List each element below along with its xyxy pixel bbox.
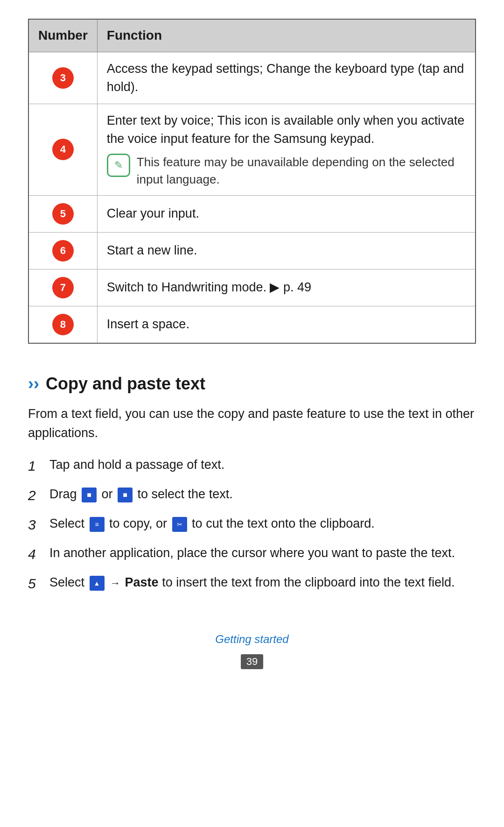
function-text-8: Insert a space.	[107, 317, 189, 331]
step-content-1: Tap and hold a passage of text.	[49, 455, 476, 474]
function-text-7: Switch to Handwriting mode. ▶ p. 49	[107, 280, 311, 294]
keyboard-functions-table: Number Function 3 Access the keypad sett…	[28, 19, 476, 344]
table-cell-number: 8	[28, 306, 97, 343]
step-content-3: Select ≡ to copy, or ✂ to cut the text o…	[49, 514, 476, 533]
drag-left-icon: ■	[82, 488, 97, 502]
table-header-function: Function	[97, 19, 476, 52]
step-content-4: In another application, place the cursor…	[49, 544, 476, 563]
number-badge-8: 8	[52, 314, 74, 335]
page-footer: Getting started 39	[28, 622, 476, 670]
number-badge-6: 6	[52, 240, 74, 262]
table-cell-number: 3	[28, 52, 97, 104]
pencil-icon: ✎	[114, 158, 123, 173]
page-number: 39	[241, 654, 263, 669]
list-item: 4 In another application, place the curs…	[28, 544, 476, 565]
list-item: 1 Tap and hold a passage of text.	[28, 455, 476, 476]
copy-icon: ≡	[90, 517, 105, 532]
list-item: 5 Select ▲ → Paste to insert the text fr…	[28, 573, 476, 594]
function-text-6: Start a new line.	[107, 243, 197, 257]
table-row: 7 Switch to Handwriting mode. ▶ p. 49	[28, 269, 476, 306]
table-row: 6 Start a new line.	[28, 232, 476, 269]
step-number-4: 4	[28, 544, 41, 565]
table-cell-function: Switch to Handwriting mode. ▶ p. 49	[97, 269, 476, 306]
step-number-1: 1	[28, 455, 41, 476]
steps-list: 1 Tap and hold a passage of text. 2 Drag…	[28, 455, 476, 594]
step-number-5: 5	[28, 573, 41, 594]
table-cell-number: 4	[28, 104, 97, 195]
table-row: 4 Enter text by voice; This icon is avai…	[28, 104, 476, 195]
table-cell-number: 5	[28, 195, 97, 232]
section-heading: ›› Copy and paste text	[28, 372, 476, 396]
table-row: 8 Insert a space.	[28, 306, 476, 343]
function-text-3: Access the keypad settings; Change the k…	[107, 62, 464, 94]
paste-label: Paste	[125, 575, 159, 589]
table-header-number: Number	[28, 19, 97, 52]
number-badge-3: 3	[52, 67, 74, 89]
note-box: ✎ This feature may be unavailable depend…	[107, 154, 466, 188]
step-text-1: Tap and hold a passage of text.	[49, 458, 224, 472]
table-row: 5 Clear your input.	[28, 195, 476, 232]
section-title: Copy and paste text	[46, 374, 205, 393]
step-content-5: Select ▲ → Paste to insert the text from…	[49, 573, 476, 592]
step-content-2: Drag ■ or ■ to select the text.	[49, 485, 476, 504]
number-badge-7: 7	[52, 277, 74, 298]
footer-label: Getting started	[28, 631, 476, 648]
cut-icon: ✂	[172, 517, 187, 532]
table-cell-number: 7	[28, 269, 97, 306]
section-description: From a text field, you can use the copy …	[28, 404, 476, 442]
note-icon: ✎	[107, 154, 130, 177]
arrow-icon: →	[110, 577, 120, 589]
number-badge-4: 4	[52, 139, 74, 160]
table-cell-function: Clear your input.	[97, 195, 476, 232]
list-item: 2 Drag ■ or ■ to select the text.	[28, 485, 476, 506]
step-number-2: 2	[28, 485, 41, 506]
table-cell-function: Insert a space.	[97, 306, 476, 343]
table-cell-number: 6	[28, 232, 97, 269]
table-cell-function: Start a new line.	[97, 232, 476, 269]
step-number-3: 3	[28, 514, 41, 535]
list-item: 3 Select ≡ to copy, or ✂ to cut the text…	[28, 514, 476, 535]
table-cell-function: Enter text by voice; This icon is availa…	[97, 104, 476, 195]
copy-paste-section: ›› Copy and paste text From a text field…	[28, 372, 476, 594]
chevron-icon: ››	[28, 374, 44, 393]
note-text: This feature may be unavailable dependin…	[137, 154, 466, 188]
function-text-4: Enter text by voice; This icon is availa…	[107, 113, 464, 146]
drag-right-icon: ■	[118, 488, 133, 502]
paste-icon: ▲	[90, 576, 105, 591]
table-cell-function: Access the keypad settings; Change the k…	[97, 52, 476, 104]
table-row: 3 Access the keypad settings; Change the…	[28, 52, 476, 104]
function-text-5: Clear your input.	[107, 206, 199, 220]
number-badge-5: 5	[52, 203, 74, 225]
